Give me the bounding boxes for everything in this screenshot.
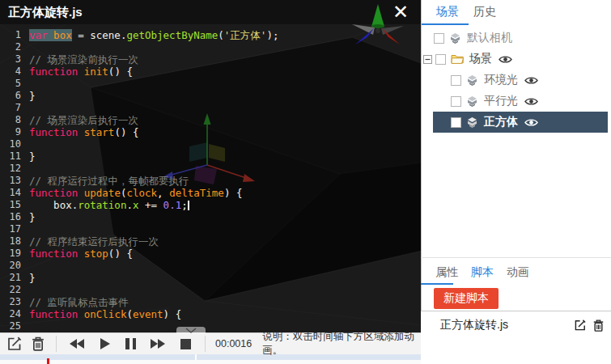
code-text: // 场景渲染后执行一次 — [29, 114, 138, 126]
line-number: 11 — [5, 150, 21, 163]
eye-icon[interactable] — [524, 118, 538, 127]
tree-row[interactable]: 环境光 — [422, 70, 611, 91]
script-title: 正方体旋转.js — [8, 5, 83, 20]
code-token: ( — [126, 308, 133, 320]
line-number: 21 — [5, 272, 21, 284]
code-line[interactable]: 4function init() { — [5, 66, 421, 78]
code-line[interactable]: 16} — [5, 211, 421, 223]
fast-forward-button[interactable] — [151, 339, 165, 349]
line-number: 8 — [5, 114, 21, 126]
timeline-lower-area[interactable] — [0, 360, 421, 364]
edit-keyframe-icon[interactable] — [6, 336, 23, 352]
code-text: function init() { — [29, 66, 133, 78]
line-number: 24 — [5, 308, 21, 320]
detail-panel-tab[interactable]: 属性 — [435, 265, 458, 280]
script-list-item[interactable]: 正方体旋转.js — [421, 311, 611, 337]
code-text: // 场景渲染前执行一次 — [29, 53, 138, 66]
code-token: 0.1 — [163, 199, 182, 211]
code-line[interactable]: 18// 程序结束运行后执行一次 — [5, 235, 421, 248]
visibility-checkbox[interactable] — [451, 117, 461, 128]
code-line[interactable]: 20 — [5, 260, 421, 272]
code-token: event — [133, 308, 163, 320]
timeline-hint: 说明：双击时间轴下方区域添加动画。 — [262, 330, 421, 358]
code-line[interactable]: 25 — [5, 320, 421, 332]
code-token — [48, 29, 54, 41]
code-line[interactable]: 11} — [5, 150, 421, 163]
code-line[interactable]: 7 — [5, 102, 421, 114]
active-tab-underline — [422, 23, 469, 25]
visibility-checkbox[interactable] — [451, 75, 461, 86]
collapse-minus-icon[interactable] — [423, 55, 432, 64]
timeline-playhead[interactable] — [47, 358, 49, 364]
code-line[interactable]: 19function stop() { — [5, 248, 421, 260]
code-line[interactable]: 12 — [5, 163, 421, 175]
code-token: onClick — [84, 308, 127, 320]
line-number: 1 — [5, 29, 21, 41]
new-script-button[interactable]: 新建脚本 — [434, 288, 499, 309]
code-token: } — [29, 272, 36, 284]
code-token: // 场景渲染前执行一次 — [29, 53, 138, 66]
rewind-button[interactable] — [70, 339, 84, 349]
detail-panel-tab[interactable]: 脚本 — [471, 265, 494, 280]
code-line[interactable]: 5 — [5, 78, 421, 90]
code-line[interactable]: 23// 监听鼠标点击事件 — [5, 296, 421, 308]
line-number: 5 — [5, 78, 21, 90]
code-line[interactable]: 13// 程序运行过程中，每帧都要执行 — [5, 175, 421, 187]
code-token: , — [157, 187, 169, 199]
visibility-checkbox[interactable] — [434, 33, 444, 44]
tree-node-label[interactable]: 环境光 — [484, 73, 518, 87]
play-button[interactable] — [100, 338, 110, 349]
edit-pencil-icon[interactable] — [574, 319, 587, 332]
tree-row[interactable]: 正方体 — [433, 112, 608, 133]
tree-row[interactable]: 场景 — [422, 49, 611, 70]
stop-button[interactable] — [180, 339, 191, 349]
code-token — [78, 248, 84, 260]
detail-panel-tab[interactable]: 动画 — [507, 265, 529, 280]
code-token: stop — [84, 248, 108, 260]
scene-panel-tab[interactable]: 场景 — [436, 5, 459, 19]
code-token: } — [29, 90, 36, 102]
code-line[interactable]: 24function onClick(event) { — [5, 308, 421, 320]
code-line[interactable]: 10 — [5, 138, 421, 150]
line-number: 17 — [5, 223, 21, 235]
code-token: function — [29, 187, 78, 199]
trash-icon[interactable] — [592, 319, 605, 332]
code-token: box. — [29, 199, 78, 211]
tree-node-label[interactable]: 正方体 — [484, 115, 518, 129]
code-line[interactable]: 14function update(clock, deltaTime) { — [5, 187, 421, 199]
object-3d-icon — [466, 75, 478, 86]
tree-row[interactable]: 默认相机 — [422, 28, 611, 49]
code-token: clock — [126, 187, 157, 199]
tree-row[interactable]: 平行光 — [422, 91, 611, 112]
code-token: box — [53, 29, 72, 41]
code-text: } — [29, 90, 36, 102]
pause-button[interactable] — [125, 338, 136, 349]
tree-node-label[interactable]: 默认相机 — [467, 31, 512, 45]
line-number: 13 — [5, 175, 21, 187]
code-line[interactable]: 8// 场景渲染后执行一次 — [5, 114, 421, 126]
scene-panel-tab[interactable]: 历史 — [473, 5, 496, 19]
code-line[interactable]: 21} — [5, 272, 421, 284]
code-token: . — [126, 199, 133, 211]
code-token: } — [29, 150, 36, 163]
code-token: deltaTime — [169, 187, 224, 199]
tree-node-label[interactable]: 平行光 — [484, 94, 518, 108]
code-line[interactable]: 9function start() { — [5, 126, 421, 138]
close-icon[interactable]: ✕ — [386, 0, 415, 24]
trash-icon[interactable] — [31, 336, 45, 352]
visibility-checkbox[interactable] — [451, 96, 461, 107]
eye-icon[interactable] — [524, 76, 538, 85]
eye-icon[interactable] — [499, 55, 512, 64]
code-text: } — [29, 150, 36, 163]
tree-node-label[interactable]: 场景 — [469, 52, 492, 66]
code-line[interactable]: 15 box.rotation.x += 0.1; — [5, 199, 421, 211]
code-editor[interactable]: 1var box = scene.getObjectByName('正方体');… — [0, 24, 421, 332]
code-line[interactable]: 17 — [5, 223, 421, 235]
code-line[interactable]: 3// 场景渲染前执行一次 — [5, 53, 421, 66]
code-token: init — [84, 66, 108, 78]
code-text: function onClick(event) { — [29, 308, 181, 320]
eye-icon[interactable] — [524, 97, 538, 106]
visibility-checkbox[interactable] — [435, 54, 446, 65]
code-line[interactable]: 22 — [5, 284, 421, 296]
code-line[interactable]: 6} — [5, 90, 421, 102]
